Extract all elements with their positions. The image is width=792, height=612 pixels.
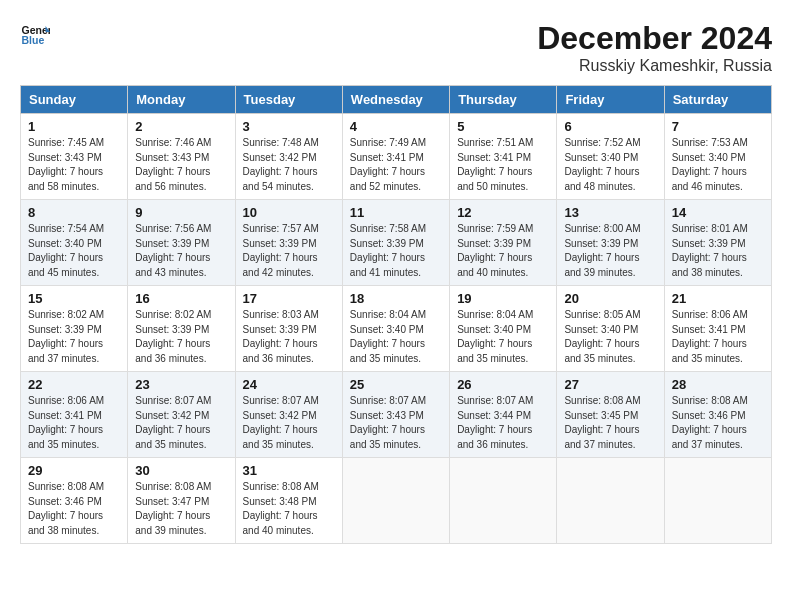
day-number: 25 xyxy=(350,377,442,392)
table-cell: 8 Sunrise: 7:54 AMSunset: 3:40 PMDayligh… xyxy=(21,200,128,286)
day-number: 22 xyxy=(28,377,120,392)
day-number: 30 xyxy=(135,463,227,478)
table-cell: 10 Sunrise: 7:57 AMSunset: 3:39 PMDaylig… xyxy=(235,200,342,286)
day-number: 5 xyxy=(457,119,549,134)
col-wednesday: Wednesday xyxy=(342,86,449,114)
title-block: December 2024 Russkiy Kameshkir, Russia xyxy=(537,20,772,75)
day-info: Sunrise: 7:46 AMSunset: 3:43 PMDaylight:… xyxy=(135,137,211,192)
table-cell: 7 Sunrise: 7:53 AMSunset: 3:40 PMDayligh… xyxy=(664,114,771,200)
col-monday: Monday xyxy=(128,86,235,114)
table-cell: 29 Sunrise: 8:08 AMSunset: 3:46 PMDaylig… xyxy=(21,458,128,544)
day-number: 2 xyxy=(135,119,227,134)
day-number: 27 xyxy=(564,377,656,392)
day-info: Sunrise: 8:03 AMSunset: 3:39 PMDaylight:… xyxy=(243,309,319,364)
day-info: Sunrise: 8:07 AMSunset: 3:44 PMDaylight:… xyxy=(457,395,533,450)
table-cell: 15 Sunrise: 8:02 AMSunset: 3:39 PMDaylig… xyxy=(21,286,128,372)
calendar-table: Sunday Monday Tuesday Wednesday Thursday… xyxy=(20,85,772,544)
day-number: 19 xyxy=(457,291,549,306)
svg-text:Blue: Blue xyxy=(22,34,45,46)
day-info: Sunrise: 8:08 AMSunset: 3:48 PMDaylight:… xyxy=(243,481,319,536)
day-info: Sunrise: 8:08 AMSunset: 3:46 PMDaylight:… xyxy=(28,481,104,536)
day-info: Sunrise: 8:02 AMSunset: 3:39 PMDaylight:… xyxy=(135,309,211,364)
day-info: Sunrise: 8:07 AMSunset: 3:43 PMDaylight:… xyxy=(350,395,426,450)
logo-icon: General Blue xyxy=(20,20,50,50)
day-number: 14 xyxy=(672,205,764,220)
day-number: 13 xyxy=(564,205,656,220)
day-info: Sunrise: 7:48 AMSunset: 3:42 PMDaylight:… xyxy=(243,137,319,192)
day-info: Sunrise: 7:57 AMSunset: 3:39 PMDaylight:… xyxy=(243,223,319,278)
day-number: 3 xyxy=(243,119,335,134)
col-thursday: Thursday xyxy=(450,86,557,114)
day-number: 23 xyxy=(135,377,227,392)
day-info: Sunrise: 7:58 AMSunset: 3:39 PMDaylight:… xyxy=(350,223,426,278)
table-cell: 1 Sunrise: 7:45 AMSunset: 3:43 PMDayligh… xyxy=(21,114,128,200)
col-sunday: Sunday xyxy=(21,86,128,114)
table-cell: 16 Sunrise: 8:02 AMSunset: 3:39 PMDaylig… xyxy=(128,286,235,372)
table-cell: 22 Sunrise: 8:06 AMSunset: 3:41 PMDaylig… xyxy=(21,372,128,458)
calendar-row-1: 1 Sunrise: 7:45 AMSunset: 3:43 PMDayligh… xyxy=(21,114,772,200)
day-info: Sunrise: 7:53 AMSunset: 3:40 PMDaylight:… xyxy=(672,137,748,192)
day-number: 7 xyxy=(672,119,764,134)
table-cell: 6 Sunrise: 7:52 AMSunset: 3:40 PMDayligh… xyxy=(557,114,664,200)
table-cell xyxy=(450,458,557,544)
day-info: Sunrise: 7:56 AMSunset: 3:39 PMDaylight:… xyxy=(135,223,211,278)
table-cell: 25 Sunrise: 8:07 AMSunset: 3:43 PMDaylig… xyxy=(342,372,449,458)
table-cell: 17 Sunrise: 8:03 AMSunset: 3:39 PMDaylig… xyxy=(235,286,342,372)
table-cell: 31 Sunrise: 8:08 AMSunset: 3:48 PMDaylig… xyxy=(235,458,342,544)
day-info: Sunrise: 8:07 AMSunset: 3:42 PMDaylight:… xyxy=(243,395,319,450)
table-cell: 5 Sunrise: 7:51 AMSunset: 3:41 PMDayligh… xyxy=(450,114,557,200)
location-title: Russkiy Kameshkir, Russia xyxy=(537,57,772,75)
day-info: Sunrise: 8:04 AMSunset: 3:40 PMDaylight:… xyxy=(457,309,533,364)
logo: General Blue xyxy=(20,20,50,50)
day-info: Sunrise: 8:00 AMSunset: 3:39 PMDaylight:… xyxy=(564,223,640,278)
calendar-row-3: 15 Sunrise: 8:02 AMSunset: 3:39 PMDaylig… xyxy=(21,286,772,372)
table-cell xyxy=(557,458,664,544)
day-info: Sunrise: 7:52 AMSunset: 3:40 PMDaylight:… xyxy=(564,137,640,192)
day-number: 29 xyxy=(28,463,120,478)
calendar-row-2: 8 Sunrise: 7:54 AMSunset: 3:40 PMDayligh… xyxy=(21,200,772,286)
calendar-row-5: 29 Sunrise: 8:08 AMSunset: 3:46 PMDaylig… xyxy=(21,458,772,544)
calendar-row-4: 22 Sunrise: 8:06 AMSunset: 3:41 PMDaylig… xyxy=(21,372,772,458)
table-cell: 23 Sunrise: 8:07 AMSunset: 3:42 PMDaylig… xyxy=(128,372,235,458)
day-number: 18 xyxy=(350,291,442,306)
table-cell: 19 Sunrise: 8:04 AMSunset: 3:40 PMDaylig… xyxy=(450,286,557,372)
table-cell: 24 Sunrise: 8:07 AMSunset: 3:42 PMDaylig… xyxy=(235,372,342,458)
day-info: Sunrise: 8:04 AMSunset: 3:40 PMDaylight:… xyxy=(350,309,426,364)
day-info: Sunrise: 8:01 AMSunset: 3:39 PMDaylight:… xyxy=(672,223,748,278)
page-header: General Blue December 2024 Russkiy Kames… xyxy=(20,20,772,75)
month-title: December 2024 xyxy=(537,20,772,57)
day-info: Sunrise: 8:05 AMSunset: 3:40 PMDaylight:… xyxy=(564,309,640,364)
day-number: 6 xyxy=(564,119,656,134)
day-info: Sunrise: 8:08 AMSunset: 3:46 PMDaylight:… xyxy=(672,395,748,450)
day-info: Sunrise: 7:54 AMSunset: 3:40 PMDaylight:… xyxy=(28,223,104,278)
day-number: 11 xyxy=(350,205,442,220)
day-number: 15 xyxy=(28,291,120,306)
table-cell: 21 Sunrise: 8:06 AMSunset: 3:41 PMDaylig… xyxy=(664,286,771,372)
table-cell: 30 Sunrise: 8:08 AMSunset: 3:47 PMDaylig… xyxy=(128,458,235,544)
day-info: Sunrise: 7:59 AMSunset: 3:39 PMDaylight:… xyxy=(457,223,533,278)
day-number: 21 xyxy=(672,291,764,306)
day-info: Sunrise: 8:08 AMSunset: 3:45 PMDaylight:… xyxy=(564,395,640,450)
day-info: Sunrise: 8:06 AMSunset: 3:41 PMDaylight:… xyxy=(28,395,104,450)
day-number: 16 xyxy=(135,291,227,306)
table-cell: 3 Sunrise: 7:48 AMSunset: 3:42 PMDayligh… xyxy=(235,114,342,200)
table-cell: 20 Sunrise: 8:05 AMSunset: 3:40 PMDaylig… xyxy=(557,286,664,372)
day-number: 12 xyxy=(457,205,549,220)
table-cell: 9 Sunrise: 7:56 AMSunset: 3:39 PMDayligh… xyxy=(128,200,235,286)
day-number: 20 xyxy=(564,291,656,306)
table-cell xyxy=(342,458,449,544)
calendar-header-row: Sunday Monday Tuesday Wednesday Thursday… xyxy=(21,86,772,114)
day-number: 9 xyxy=(135,205,227,220)
day-number: 8 xyxy=(28,205,120,220)
day-number: 26 xyxy=(457,377,549,392)
table-cell xyxy=(664,458,771,544)
day-info: Sunrise: 7:45 AMSunset: 3:43 PMDaylight:… xyxy=(28,137,104,192)
col-saturday: Saturday xyxy=(664,86,771,114)
day-number: 4 xyxy=(350,119,442,134)
day-info: Sunrise: 8:08 AMSunset: 3:47 PMDaylight:… xyxy=(135,481,211,536)
table-cell: 28 Sunrise: 8:08 AMSunset: 3:46 PMDaylig… xyxy=(664,372,771,458)
day-info: Sunrise: 7:49 AMSunset: 3:41 PMDaylight:… xyxy=(350,137,426,192)
table-cell: 27 Sunrise: 8:08 AMSunset: 3:45 PMDaylig… xyxy=(557,372,664,458)
table-cell: 11 Sunrise: 7:58 AMSunset: 3:39 PMDaylig… xyxy=(342,200,449,286)
table-cell: 13 Sunrise: 8:00 AMSunset: 3:39 PMDaylig… xyxy=(557,200,664,286)
